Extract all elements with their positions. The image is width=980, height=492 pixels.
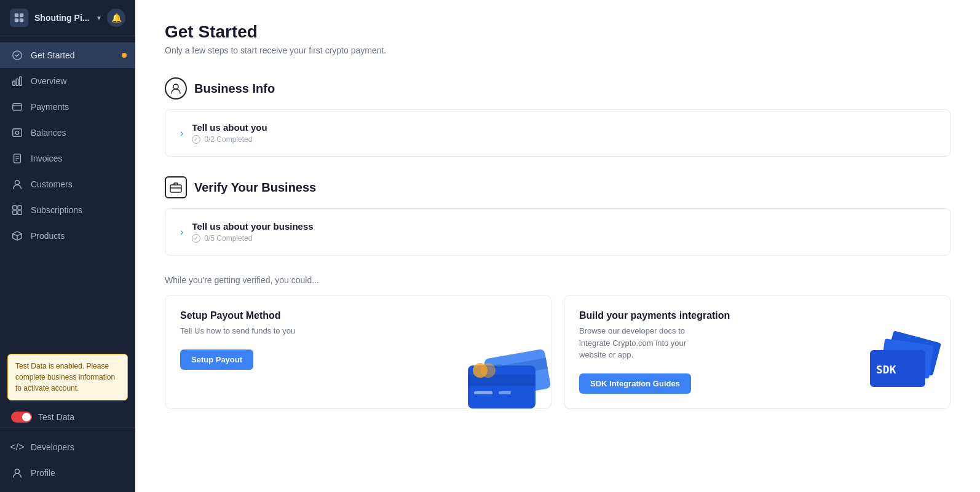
tell-us-about-business-status: ✓ 0/5 Completed	[192, 234, 935, 243]
build-integration-card: Build your payments integration Browse o…	[564, 295, 950, 409]
sidebar-item-products[interactable]: Products	[0, 223, 135, 249]
sidebar-item-balances[interactable]: Balances	[0, 120, 135, 146]
status-check-icon-2: ✓	[192, 234, 200, 243]
subscriptions-icon	[11, 204, 23, 216]
feature-cards-grid: Setup Payout Method Tell Us how to send …	[165, 295, 950, 409]
tell-us-about-you-card[interactable]: › Tell us about you ✓ 0/2 Completed	[165, 109, 950, 157]
get-started-icon	[11, 49, 23, 61]
products-icon	[11, 230, 23, 242]
tell-us-about-business-card[interactable]: › Tell us about your business ✓ 0/5 Comp…	[165, 208, 950, 256]
verify-business-title: Verify Your Business	[194, 181, 316, 195]
developers-icon: </>	[11, 441, 23, 453]
sidebar-bottom: </> Developers Profile	[0, 428, 135, 492]
status-check-icon: ✓	[192, 135, 200, 144]
build-integration-title: Build your payments integration	[579, 310, 935, 321]
svg-rect-34	[474, 391, 492, 394]
setup-payout-desc: Tell Us how to send funds to you	[180, 325, 315, 337]
sidebar-item-customers[interactable]: Customers	[0, 171, 135, 197]
business-info-title: Business Info	[194, 82, 275, 96]
sidebar-nav: Get Started Overview Payments Balances I…	[0, 36, 135, 348]
tell-us-about-you-content: Tell us about you ✓ 0/2 Completed	[192, 122, 935, 144]
svg-rect-1	[20, 14, 23, 17]
chevron-right-icon: ›	[180, 128, 183, 139]
sidebar-item-label-overview: Overview	[31, 76, 66, 86]
setup-payout-title: Setup Payout Method	[180, 310, 536, 321]
customers-icon	[11, 178, 23, 190]
test-data-toggle-row[interactable]: Test Data	[0, 407, 135, 428]
sidebar-header[interactable]: Shouting Pi... ▾ 🔔	[0, 0, 135, 36]
svg-rect-17	[13, 206, 17, 209]
sidebar-item-label-balances: Balances	[31, 128, 66, 138]
balances-icon	[11, 127, 23, 139]
setup-payout-button[interactable]: Setup Payout	[180, 349, 253, 370]
svg-rect-7	[20, 77, 22, 85]
svg-rect-10	[13, 129, 22, 137]
svg-line-23	[17, 233, 22, 236]
tell-us-about-business-content: Tell us about your business ✓ 0/5 Comple…	[192, 221, 935, 243]
overview-icon	[11, 75, 23, 87]
test-data-label: Test Data	[38, 412, 74, 422]
sdk-guides-button[interactable]: SDK Integration Guides	[579, 373, 691, 394]
svg-point-24	[15, 469, 19, 474]
business-info-heading: Business Info	[165, 77, 950, 100]
sidebar-item-label-get-started: Get Started	[31, 50, 75, 60]
svg-rect-5	[13, 81, 15, 85]
payments-icon	[11, 101, 23, 113]
svg-point-11	[15, 131, 18, 134]
svg-rect-3	[20, 18, 23, 22]
svg-rect-26	[170, 185, 181, 192]
svg-point-16	[15, 181, 19, 185]
invoices-icon	[11, 152, 23, 165]
svg-rect-0	[15, 14, 18, 17]
sidebar-item-get-started[interactable]: Get Started	[0, 42, 135, 68]
test-data-toggle[interactable]	[11, 412, 32, 423]
while-verified-label: While you're getting verified, you could…	[165, 275, 950, 285]
svg-rect-2	[15, 18, 18, 22]
chevron-down-icon: ▾	[97, 14, 101, 22]
tell-us-about-you-status: ✓ 0/2 Completed	[192, 135, 935, 144]
sidebar-item-label-customers: Customers	[31, 179, 73, 189]
sidebar-item-subscriptions[interactable]: Subscriptions	[0, 197, 135, 223]
build-integration-desc: Browse our developer docs to integrate C…	[579, 325, 714, 361]
profile-icon	[11, 467, 23, 479]
svg-rect-35	[499, 391, 511, 394]
sidebar-item-developers[interactable]: </> Developers	[0, 434, 135, 460]
sidebar-item-invoices[interactable]: Invoices	[0, 146, 135, 171]
sidebar-item-overview[interactable]: Overview	[0, 68, 135, 94]
sidebar-item-profile[interactable]: Profile	[0, 460, 135, 486]
setup-payout-card: Setup Payout Method Tell Us how to send …	[165, 295, 551, 409]
svg-point-33	[481, 363, 496, 378]
business-info-section: Business Info › Tell us about you ✓ 0/2 …	[165, 77, 950, 157]
svg-rect-19	[13, 211, 17, 214]
sidebar-brand-name: Shouting Pi...	[34, 13, 91, 23]
svg-rect-20	[18, 211, 22, 214]
main-content: Get Started Only a few steps to start re…	[135, 0, 980, 492]
svg-rect-18	[18, 206, 22, 209]
svg-rect-6	[16, 79, 18, 85]
svg-point-25	[173, 84, 178, 89]
svg-rect-8	[13, 104, 22, 111]
chevron-right-icon-2: ›	[180, 227, 183, 238]
sdk-illustration: SDK	[852, 322, 950, 408]
verify-business-heading: Verify Your Business	[165, 176, 950, 198]
notification-bell-icon[interactable]: 🔔	[107, 9, 125, 27]
person-icon	[165, 77, 187, 100]
svg-line-22	[13, 233, 17, 236]
briefcase-icon	[165, 176, 187, 198]
sidebar-item-label-subscriptions: Subscriptions	[31, 205, 82, 215]
sidebar-item-label-products: Products	[31, 231, 65, 241]
test-data-warning-banner: Test Data is enabled. Please complete bu…	[7, 354, 128, 400]
sidebar: Shouting Pi... ▾ 🔔 Get Started Overview …	[0, 0, 135, 492]
page-subtitle: Only a few steps to start receive your f…	[165, 45, 950, 55]
page-title: Get Started	[165, 22, 950, 42]
tell-us-about-you-title: Tell us about you	[192, 122, 935, 133]
tell-us-about-business-title: Tell us about your business	[192, 221, 935, 232]
while-verified-section: While you're getting verified, you could…	[165, 275, 950, 409]
verify-business-section: Verify Your Business › Tell us about you…	[165, 176, 950, 256]
sidebar-item-label-payments: Payments	[31, 102, 69, 112]
sidebar-item-payments[interactable]: Payments	[0, 94, 135, 120]
payout-illustration	[459, 329, 551, 409]
svg-text:SDK: SDK	[876, 363, 896, 376]
sidebar-logo	[10, 9, 28, 27]
sidebar-item-label-invoices: Invoices	[31, 154, 62, 163]
